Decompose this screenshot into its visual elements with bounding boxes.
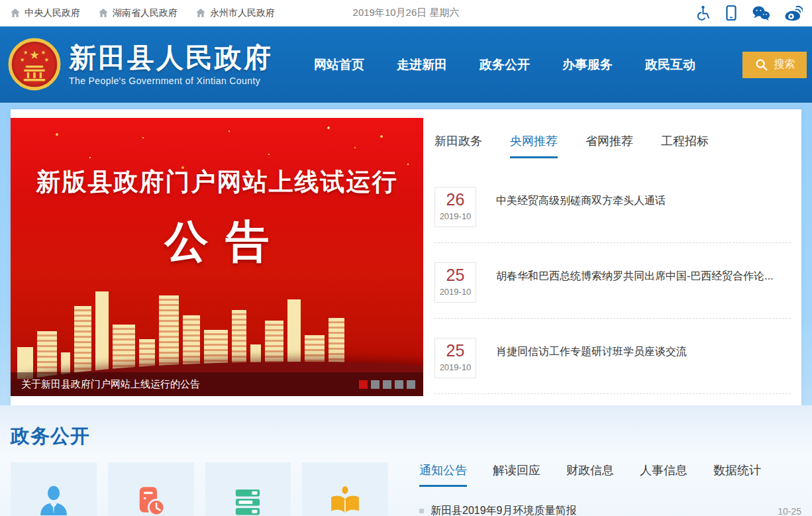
main-content-area: 新版县政府门户网站上线试运行 公告 — [0, 103, 812, 405]
card-data[interactable] — [205, 462, 291, 516]
svg-text:★: ★ — [44, 56, 49, 62]
news-list: 26 2019-10 中美经贸高级别磋商双方牵头人通话 25 2019-10 胡… — [434, 187, 791, 394]
carousel-dots — [359, 380, 415, 389]
link-hunan-government[interactable]: 湖南省人民政府 — [99, 7, 178, 19]
tab-notices[interactable]: 通知公告 — [419, 462, 467, 487]
date-box: 25 2019-10 — [434, 262, 476, 303]
gov-notice-list: 新田县2019年9月环境质量简报 10-25 — [419, 504, 801, 516]
open-book-icon — [326, 483, 364, 516]
wechat-icon[interactable] — [752, 5, 770, 21]
carousel-dot-3[interactable] — [383, 380, 391, 389]
gov-row: 通知公告 解读回应 财政信息 人事信息 数据统计 新田县2019年9月环境质量简… — [11, 462, 801, 516]
home-icon — [11, 9, 20, 17]
carousel-dot-1[interactable] — [359, 380, 368, 389]
svg-text:★: ★ — [41, 49, 46, 55]
nav-item-interaction[interactable]: 政民互动 — [645, 56, 695, 74]
nav-item-gov-affairs[interactable]: 政务公开 — [480, 56, 530, 74]
carousel-dot-4[interactable] — [395, 380, 403, 389]
date-box: 26 2019-10 — [434, 187, 476, 227]
gov-cards — [11, 462, 388, 516]
card-publications[interactable] — [302, 462, 388, 516]
svg-text:★: ★ — [20, 56, 25, 62]
svg-text:★: ★ — [23, 49, 28, 55]
site-brand[interactable]: ★ ★ ★ ★ ★ 新田县人民政府 The People's Governmen… — [8, 37, 273, 93]
tab-interpretation[interactable]: 解读回应 — [493, 462, 540, 487]
news-item: 25 2019-10 胡春华和巴西总统博索纳罗共同出席中国-巴西经贸合作论... — [434, 262, 791, 319]
accessibility-icon[interactable] — [695, 5, 711, 22]
card-leaders[interactable] — [11, 462, 97, 516]
section-title: 政务公开 — [11, 423, 801, 450]
carousel-dot-2[interactable] — [371, 380, 380, 389]
home-icon — [196, 9, 205, 17]
news-title[interactable]: 胡春华和巴西总统博索纳罗共同出席中国-巴西经贸合作论... — [496, 262, 774, 303]
news-title[interactable]: 中美经贸高级别磋商双方牵头人通话 — [496, 187, 666, 227]
link-label: 湖南省人民政府 — [113, 7, 178, 19]
brand-text: 新田县人民政府 The People's Government of Xinti… — [69, 43, 273, 86]
link-label: 永州市人民政府 — [210, 7, 275, 19]
home-icon — [99, 9, 108, 17]
utility-icons — [695, 5, 803, 22]
tab-statistics[interactable]: 数据统计 — [713, 462, 761, 487]
link-label: 中央人民政府 — [25, 7, 80, 19]
date-day: 25 — [435, 264, 476, 286]
date-month: 2019-10 — [435, 362, 476, 372]
tab-project-bidding[interactable]: 工程招标 — [661, 133, 709, 158]
news-panel: 新田政务 央网推荐 省网推荐 工程招标 26 2019-10 中美经贸高级别磋商… — [423, 109, 801, 405]
top-utility-bar: 中央人民政府 湖南省人民政府 永州市人民政府 2019年10月26日 星期六 — [0, 0, 812, 26]
person-icon — [34, 483, 73, 516]
search-button[interactable]: 搜索 — [742, 52, 807, 78]
banner-text: 新版县政府门户网站上线试运行 公告 — [11, 166, 423, 272]
date-day: 26 — [435, 189, 476, 211]
weibo-icon[interactable] — [784, 5, 803, 21]
news-item: 25 2019-10 肖捷同信访工作专题研讨班学员座谈交流 — [434, 338, 791, 394]
site-title: 新田县人民政府 — [69, 43, 273, 73]
notice-date: 10-25 — [778, 506, 801, 516]
gov-info-panel: 通知公告 解读回应 财政信息 人事信息 数据统计 新田县2019年9月环境质量简… — [419, 462, 801, 516]
gov-links: 中央人民政府 湖南省人民政府 永州市人民政府 — [11, 7, 275, 19]
content-panel: 新版县政府门户网站上线试运行 公告 — [11, 109, 801, 405]
mobile-icon[interactable] — [725, 5, 738, 22]
date-day: 25 — [435, 340, 476, 362]
tab-central-recommend[interactable]: 央网推荐 — [510, 133, 558, 158]
link-yongzhou-government[interactable]: 永州市人民政府 — [196, 7, 275, 19]
news-title[interactable]: 肖捷同信访工作专题研讨班学员座谈交流 — [496, 338, 687, 378]
nav-item-home[interactable]: 网站首页 — [314, 56, 364, 74]
tab-finance-info[interactable]: 财政信息 — [566, 462, 614, 487]
banner-headline: 新版县政府门户网站上线试运行 — [11, 166, 423, 199]
database-icon — [228, 483, 267, 516]
news-tabs: 新田政务 央网推荐 省网推荐 工程招标 — [434, 133, 791, 158]
page: 中央人民政府 湖南省人民政府 永州市人民政府 2019年10月26日 星期六 — [0, 0, 812, 516]
search-icon — [754, 58, 769, 72]
tab-personnel-info[interactable]: 人事信息 — [640, 462, 687, 487]
site-subtitle: The People's Government of Xintian Count… — [69, 76, 273, 86]
site-header: ★ ★ ★ ★ ★ 新田县人民政府 The People's Governmen… — [0, 26, 812, 103]
date-box: 25 2019-10 — [434, 338, 476, 378]
carousel-caption-bar: 关于新田县政府门户网站上线运行的公告 — [11, 372, 423, 396]
nav-item-services[interactable]: 办事服务 — [562, 56, 613, 74]
main-nav: 网站首页 走进新田 政务公开 办事服务 政民互动 — [314, 56, 695, 74]
national-emblem-icon: ★ ★ ★ ★ ★ — [8, 37, 61, 93]
list-item[interactable]: 新田县2019年9月环境质量简报 10-25 — [419, 504, 801, 516]
search-label: 搜索 — [774, 58, 795, 72]
tab-province-recommend[interactable]: 省网推荐 — [585, 133, 633, 158]
document-clock-icon — [132, 483, 170, 516]
carousel-dot-5[interactable] — [407, 380, 415, 389]
link-central-government[interactable]: 中央人民政府 — [11, 7, 80, 19]
bullet-icon — [419, 509, 424, 513]
carousel-slide[interactable]: 新版县政府门户网站上线试运行 公告 — [11, 118, 423, 396]
news-item: 26 2019-10 中美经贸高级别磋商双方牵头人通话 — [434, 187, 791, 243]
banner-title: 公告 — [11, 212, 423, 272]
tab-xintian-gov[interactable]: 新田政务 — [434, 133, 482, 158]
nav-item-about-xintian[interactable]: 走进新田 — [397, 56, 447, 74]
notice-title: 新田县2019年9月环境质量简报 — [431, 504, 577, 516]
date-month: 2019-10 — [435, 287, 476, 297]
carousel-caption[interactable]: 关于新田县政府门户网站上线运行的公告 — [21, 378, 359, 391]
card-documents[interactable] — [108, 462, 194, 516]
svg-text:★: ★ — [29, 48, 40, 61]
date-month: 2019-10 — [435, 211, 476, 221]
gov-tabs: 通知公告 解读回应 财政信息 人事信息 数据统计 — [419, 462, 801, 487]
gov-open-section: 政务公开 — [0, 405, 812, 516]
